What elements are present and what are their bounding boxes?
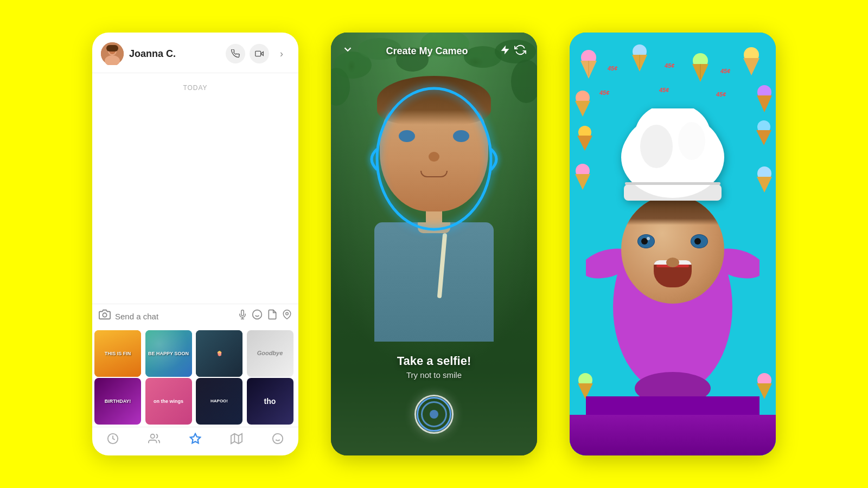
- sticker-item[interactable]: on the wings: [145, 378, 192, 425]
- nav-friends-icon[interactable]: [148, 433, 160, 448]
- camera-icon[interactable]: [99, 309, 111, 324]
- sticker-item[interactable]: tho: [247, 378, 293, 425]
- ice-cream-decoration: [689, 52, 712, 84]
- chat-screen: Joanna C. › TODAY: [92, 33, 298, 455]
- phone-2: Create My Cameo: [331, 33, 537, 455]
- ice-cream-decoration: [629, 43, 650, 74]
- video-call-button[interactable]: [250, 44, 269, 63]
- svg-point-70: [678, 122, 705, 160]
- svg-rect-64: [586, 396, 760, 415]
- nav-snap-icon[interactable]: [189, 433, 201, 448]
- badge-text: 45¢: [608, 65, 617, 72]
- nav-emoji-icon[interactable]: [272, 433, 284, 448]
- svg-marker-5: [261, 52, 264, 56]
- avatar: [101, 42, 124, 65]
- cameo-title: Create My Cameo: [386, 46, 468, 57]
- sticker-item[interactable]: Goodbye: [247, 330, 293, 377]
- ice-cream-decoration: [578, 49, 599, 81]
- bottom-navigation: [92, 427, 298, 455]
- back-button[interactable]: [342, 43, 354, 59]
- phone-1: Joanna C. › TODAY: [92, 33, 298, 455]
- flip-camera-button[interactable]: [514, 44, 526, 59]
- svg-rect-71: [625, 182, 720, 185]
- svg-marker-31: [501, 46, 509, 54]
- chat-input[interactable]: [115, 312, 233, 321]
- badge-text: 45¢: [716, 91, 726, 98]
- purple-bar: [570, 415, 776, 455]
- sticker-item[interactable]: 🍿: [196, 330, 242, 377]
- nav-recent-icon[interactable]: [107, 433, 119, 448]
- flash-button[interactable]: [500, 44, 510, 59]
- sticker-item[interactable]: THIS IS FIN: [94, 330, 141, 377]
- more-info-button[interactable]: ›: [273, 46, 290, 62]
- today-label: TODAY: [183, 84, 207, 92]
- sticker-item[interactable]: BE HAPPY SOON: [145, 330, 192, 377]
- sticker-item[interactable]: BIRTHDAY!: [94, 378, 141, 425]
- emoji-icon[interactable]: [252, 309, 263, 323]
- badge-text: 45¢: [720, 68, 730, 74]
- selfie-instruction: Take a selfie!: [331, 354, 537, 368]
- sticker-icon[interactable]: [267, 309, 278, 323]
- sticker-grid: THIS IS FIN BE HAPPY SOON 🍿 Goodbye BIRT…: [92, 328, 298, 427]
- svg-point-19: [273, 434, 283, 444]
- location-icon[interactable]: [282, 309, 292, 324]
- svg-point-13: [286, 312, 289, 315]
- badge-text: 45¢: [599, 89, 609, 96]
- ice-cream-decoration: [741, 46, 762, 78]
- microphone-icon[interactable]: [238, 309, 247, 324]
- cameo-result-screen: 45¢ 45¢ 45¢: [570, 33, 776, 455]
- svg-point-7: [103, 313, 106, 317]
- chat-input-row: [92, 304, 298, 328]
- chef-hat: [613, 108, 732, 203]
- cameo-header: Create My Cameo: [331, 33, 537, 64]
- svg-marker-16: [231, 434, 242, 444]
- phone-3: 45¢ 45¢ 45¢: [570, 33, 776, 455]
- cameo-instructions: Take a selfie! Try not to smile: [331, 354, 537, 380]
- chat-body: TODAY: [92, 73, 298, 304]
- svg-point-15: [151, 434, 155, 438]
- badge-text: 45¢: [665, 62, 674, 69]
- contact-name: Joanna C.: [129, 48, 220, 60]
- svg-point-10: [253, 310, 262, 319]
- svg-rect-4: [106, 45, 118, 52]
- shutter-button-container: [414, 395, 454, 434]
- chat-header: Joanna C. ›: [92, 33, 298, 73]
- svg-marker-43: [743, 58, 760, 75]
- header-actions: ›: [226, 44, 290, 63]
- phone-call-button[interactable]: [226, 44, 245, 63]
- shutter-button[interactable]: [414, 395, 454, 434]
- smile-instruction: Try not to smile: [331, 370, 537, 380]
- sticker-item[interactable]: HAPOO!: [196, 378, 242, 425]
- face-in-blob: [621, 195, 724, 304]
- cameo-screen: Create My Cameo: [331, 33, 537, 455]
- svg-rect-6: [256, 51, 261, 56]
- nav-map-icon[interactable]: [231, 433, 242, 448]
- badge-text: 45¢: [659, 87, 669, 93]
- svg-point-32: [377, 88, 491, 229]
- svg-point-69: [640, 125, 673, 168]
